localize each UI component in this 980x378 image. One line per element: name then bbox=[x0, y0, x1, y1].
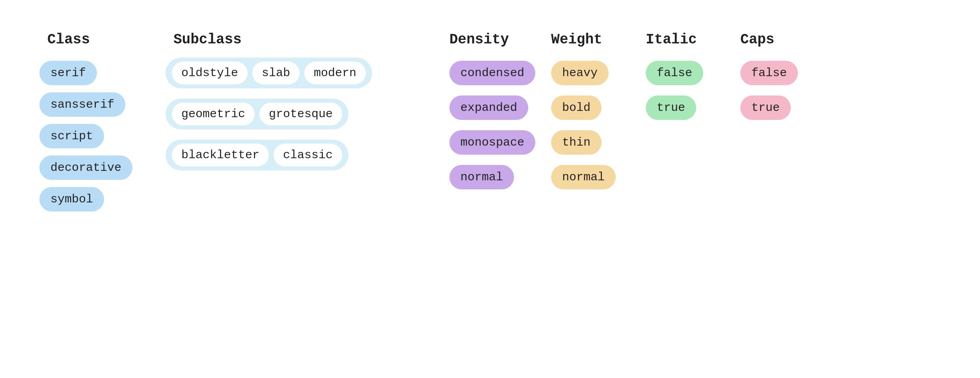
caps-tag-false[interactable]: false bbox=[740, 61, 798, 85]
caps-row-true: true bbox=[740, 97, 819, 128]
class-tag-serif[interactable]: serif bbox=[39, 61, 97, 85]
italic-row-true: true bbox=[646, 97, 725, 128]
weight-column: Weight heavy bold thin normal bbox=[551, 32, 630, 201]
right-section: Density condensed expanded monospace nor… bbox=[449, 32, 819, 201]
weight-row-thin: thin bbox=[551, 131, 630, 163]
weight-tag-thin[interactable]: thin bbox=[551, 130, 602, 155]
subclass-group-serif: oldstyle slab modern bbox=[166, 58, 372, 88]
density-column: Density condensed expanded monospace nor… bbox=[449, 32, 535, 201]
subclass-tag-modern[interactable]: modern bbox=[304, 62, 366, 84]
density-row-expanded: expanded bbox=[449, 97, 535, 128]
subclass-row-sansserif: geometric grotesque bbox=[166, 103, 418, 135]
subclass-tag-classic[interactable]: classic bbox=[274, 144, 342, 167]
caps-tag-true[interactable]: true bbox=[740, 95, 791, 120]
weight-tag-heavy[interactable]: heavy bbox=[551, 61, 609, 85]
subclass-group-sansserif: geometric grotesque bbox=[166, 99, 348, 129]
weight-tag-bold[interactable]: bold bbox=[551, 95, 602, 120]
left-columns: Class serif sansserif script decorative … bbox=[39, 32, 418, 220]
class-tag-sansserif[interactable]: sansserif bbox=[39, 92, 125, 117]
class-row-decorative: decorative bbox=[39, 157, 166, 188]
weight-row-heavy: heavy bbox=[551, 62, 630, 94]
italic-column: Italic false true bbox=[646, 32, 725, 201]
italic-header: Italic bbox=[646, 32, 725, 48]
class-row-serif: serif bbox=[39, 62, 166, 94]
class-tag-symbol[interactable]: symbol bbox=[39, 187, 104, 211]
italic-tag-false[interactable]: false bbox=[646, 61, 703, 85]
subclass-row-script: blackletter classic bbox=[166, 144, 418, 176]
class-row-sansserif: sansserif bbox=[39, 94, 166, 125]
density-tag-expanded[interactable]: expanded bbox=[449, 95, 528, 120]
class-column: Class serif sansserif script decorative … bbox=[39, 32, 166, 220]
left-section: Class serif sansserif script decorative … bbox=[39, 32, 418, 220]
subclass-tag-grotesque[interactable]: grotesque bbox=[259, 103, 342, 125]
weight-row-bold: bold bbox=[551, 97, 630, 128]
caps-row-false: false bbox=[740, 62, 819, 94]
density-header: Density bbox=[449, 32, 535, 48]
subclass-row-serif: oldstyle slab modern bbox=[166, 62, 418, 94]
italic-row-false: false bbox=[646, 62, 725, 94]
density-tag-normal[interactable]: normal bbox=[449, 165, 514, 189]
subclass-tag-blackletter[interactable]: blackletter bbox=[172, 144, 269, 167]
weight-row-normal: normal bbox=[551, 166, 630, 198]
weight-tag-normal[interactable]: normal bbox=[551, 165, 616, 189]
caps-header: Caps bbox=[740, 32, 819, 48]
subclass-tag-oldstyle[interactable]: oldstyle bbox=[172, 62, 248, 84]
density-tag-monospace[interactable]: monospace bbox=[449, 130, 535, 155]
subclass-header: Subclass bbox=[166, 32, 418, 48]
density-row-monospace: monospace bbox=[449, 131, 535, 163]
class-tag-script[interactable]: script bbox=[39, 124, 104, 148]
subclass-tag-geometric[interactable]: geometric bbox=[172, 103, 255, 125]
class-row-symbol: symbol bbox=[39, 188, 166, 220]
density-tag-condensed[interactable]: condensed bbox=[449, 61, 535, 85]
italic-tag-true[interactable]: true bbox=[646, 95, 696, 120]
subclass-tag-slab[interactable]: slab bbox=[252, 62, 300, 84]
weight-header: Weight bbox=[551, 32, 630, 48]
page-container: Class serif sansserif script decorative … bbox=[0, 0, 980, 378]
subclass-column: Subclass oldstyle slab modern geometric … bbox=[166, 32, 418, 220]
subclass-group-script: blackletter classic bbox=[166, 140, 348, 170]
class-row-script: script bbox=[39, 125, 166, 157]
class-header: Class bbox=[39, 32, 166, 48]
density-row-normal: normal bbox=[449, 166, 535, 198]
density-row-condensed: condensed bbox=[449, 62, 535, 94]
caps-column: Caps false true bbox=[740, 32, 819, 201]
class-tag-decorative[interactable]: decorative bbox=[39, 155, 132, 180]
